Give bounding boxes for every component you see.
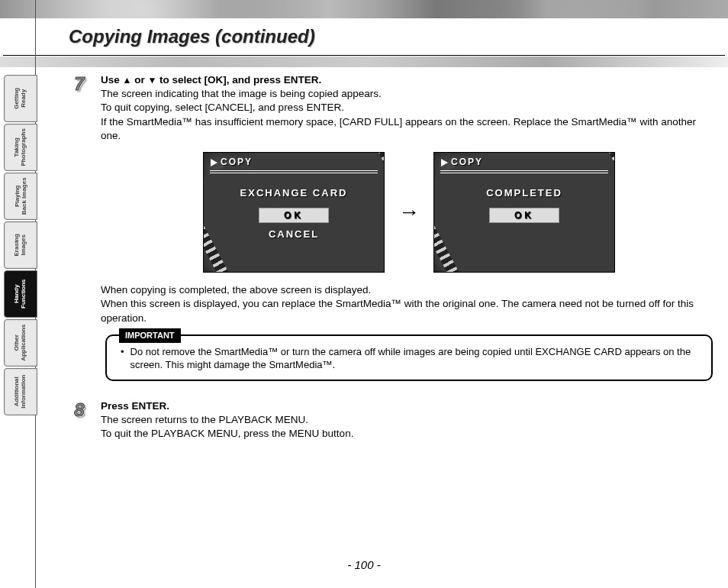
step-7: 7 Use ▲ or ▼ to select [OK], and press E…	[69, 73, 717, 395]
copy-label: COPY	[221, 157, 253, 167]
important-text: Do not remove the SmartMedia™ or turn th…	[130, 345, 697, 372]
step-8-body-1: The screen returns to the PLAYBACK MENU.	[101, 413, 717, 427]
tab-playing-back-images[interactable]: Playing Back Images	[4, 173, 37, 220]
screens-row: COPY EXCHANGE CARD OK CANCEL → COPY	[101, 152, 717, 273]
up-arrow-icon: ▲	[123, 75, 132, 86]
ok-button[interactable]: OK	[489, 208, 559, 223]
tab-additional-information[interactable]: Additional Information	[4, 368, 37, 415]
step-7-body-2: To quit copying, select [CANCEL], and pr…	[101, 101, 717, 115]
section-tabs: Getting Ready Taking Photographs Playing…	[4, 75, 37, 415]
step-7-after-2: When this screen is displayed, you can r…	[101, 297, 717, 325]
screen-header: COPY	[210, 156, 378, 171]
step-number-7: 7	[69, 73, 90, 95]
tab-other-applications[interactable]: Other Applications	[4, 319, 37, 367]
tab-label: Playing Back Images	[14, 178, 27, 215]
page-number: - 100 -	[0, 558, 728, 571]
heading-text-post: to select [OK], and press ENTER.	[156, 74, 321, 86]
tab-getting-ready[interactable]: Getting Ready	[4, 75, 37, 122]
step-7-body-3: If the SmartMedia™ has insufficient memo…	[101, 115, 717, 143]
ok-button[interactable]: OK	[259, 208, 329, 223]
header-underline	[440, 170, 608, 171]
tab-label: Erasing Images	[14, 234, 27, 256]
tab-label: Handy Functions	[14, 279, 27, 309]
down-arrow-icon: ▼	[147, 75, 156, 86]
step-7-body-1: The screen indicating that the image is …	[101, 87, 717, 101]
step-8-heading: Press ENTER.	[101, 399, 717, 413]
exchange-card-label: EXCHANGE CARD	[204, 186, 384, 200]
play-icon	[210, 159, 217, 166]
step-8-body-2: To quit the PLAYBACK MENU, press the MEN…	[101, 427, 717, 441]
screen-header: COPY	[440, 156, 608, 171]
tab-label: Getting Ready	[14, 88, 27, 109]
header-underline	[210, 170, 378, 171]
screen-exchange-card: COPY EXCHANGE CARD OK CANCEL	[203, 152, 385, 273]
title-rule	[3, 55, 725, 56]
page-title: Copying Images (continued)	[69, 26, 728, 47]
menu-exchange: EXCHANGE CARD OK CANCEL	[204, 186, 384, 241]
page-content: 7 Use ▲ or ▼ to select [OK], and press E…	[69, 73, 717, 446]
tab-erasing-images[interactable]: Erasing Images	[4, 221, 37, 269]
important-tag: IMPORTANT	[119, 328, 181, 343]
step-7-heading: Use ▲ or ▼ to select [OK], and press ENT…	[101, 73, 717, 87]
important-callout: IMPORTANT • Do not remove the SmartMedia…	[105, 334, 713, 381]
bullet-icon: •	[121, 345, 124, 372]
play-icon	[440, 159, 448, 166]
tab-taking-photographs[interactable]: Taking Photographs	[4, 124, 37, 171]
step-8: 8 Press ENTER. The screen returns to the…	[69, 399, 717, 441]
completed-label: COMPLETED	[434, 186, 614, 200]
screen-completed: COPY COMPLETED OK	[433, 152, 615, 273]
cancel-option[interactable]: CANCEL	[204, 228, 384, 241]
tab-handy-functions[interactable]: Handy Functions	[4, 270, 37, 318]
copy-label: COPY	[451, 157, 483, 167]
step-7-after-1: When copying is completed, the above scr…	[101, 283, 717, 297]
tab-label: Other Applications	[14, 325, 27, 361]
heading-text-mid: or	[131, 74, 147, 86]
heading-text-pre: Use	[101, 74, 123, 86]
subtitle-texture	[0, 57, 728, 67]
arrow-right-icon: →	[398, 198, 420, 227]
header-texture	[0, 0, 728, 18]
tab-label: Taking Photographs	[14, 128, 27, 166]
tab-label: Additional Information	[14, 375, 27, 409]
step-number-8: 8	[69, 399, 90, 421]
menu-completed: COMPLETED OK	[434, 186, 614, 223]
